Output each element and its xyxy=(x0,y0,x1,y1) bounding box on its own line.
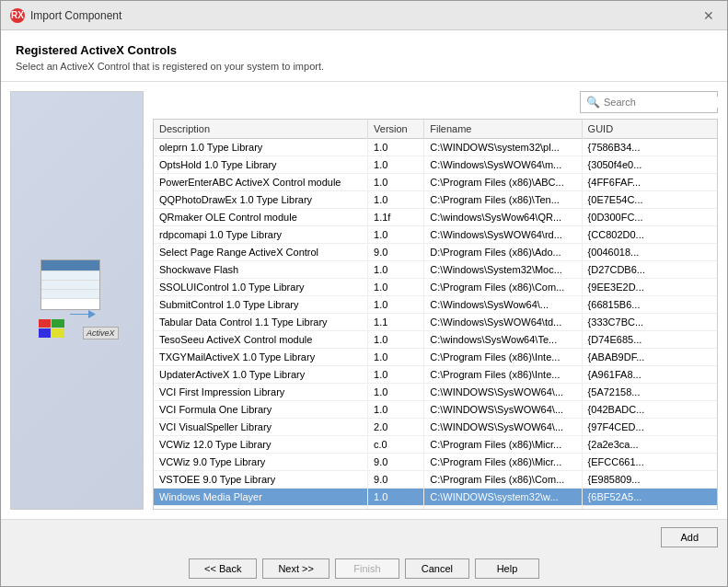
table-row[interactable]: PowerEnterABC ActiveX Control module1.0C… xyxy=(154,174,717,191)
table-cell-description: OptsHold 1.0 Type Library xyxy=(154,156,368,174)
table-cell-version: 1.0 xyxy=(368,296,424,314)
table-cell-description: WorkspaceBrokerAx 1.0 Type Library xyxy=(154,506,368,510)
table-cell-guid: {042BADC... xyxy=(582,401,717,419)
table-cell-guid: {4FF6FAF... xyxy=(582,174,717,191)
table-cell-filename: C:\Windows\SysWow64\... xyxy=(424,296,582,314)
table-cell-filename: C:\WINDOWS\SysWOW64\... xyxy=(424,419,582,436)
table-cell-filename: C:\Windows\SysWOW64\td... xyxy=(424,314,582,331)
rx-icon: RX xyxy=(10,8,25,23)
table-cell-guid: {D27CDB6... xyxy=(582,261,717,279)
table-cell-filename: C:\Program Files (x86)\Inte... xyxy=(424,366,582,384)
table-row[interactable]: rdpcomapi 1.0 Type Library1.0C:\Windows\… xyxy=(154,226,717,244)
footer-add-area: Add xyxy=(1,519,727,551)
table-row[interactable]: oleprn 1.0 Type Library1.0C:\WINDOWS\sys… xyxy=(154,139,717,156)
table-row[interactable]: UpdaterActiveX 1.0 Type Library1.0C:\Pro… xyxy=(154,366,717,384)
table-cell-guid: {2a2e3ca... xyxy=(582,436,717,454)
table-cell-filename: C:\Program Files (x86)\Ten... xyxy=(424,191,582,209)
search-bar: 🔍 xyxy=(153,91,718,113)
table-cell-guid: {0046018... xyxy=(582,244,717,261)
table-cell-version: 1.0 xyxy=(368,139,424,156)
table-cell-guid: {6BF52A5... xyxy=(582,489,717,506)
activex-graphic: ActiveX xyxy=(31,255,123,347)
col-header-description[interactable]: Description xyxy=(154,120,368,139)
table-row[interactable]: TesoSeeu ActiveX Control module1.0C:\win… xyxy=(154,331,717,349)
table-cell-filename: C:\WINDOWS\SysWOW64\... xyxy=(424,401,582,419)
content-area: ActiveX 🔍 xyxy=(1,82,727,519)
table-cell-description: TXGYMailActiveX 1.0 Type Library xyxy=(154,349,368,366)
table-cell-guid: {D74E685... xyxy=(582,331,717,349)
table-body: oleprn 1.0 Type Library1.0C:\WINDOWS\sys… xyxy=(154,139,717,510)
table-cell-description: VSTOEE 9.0 Type Library xyxy=(154,471,368,489)
add-button[interactable]: Add xyxy=(661,527,718,547)
table-cell-guid: {EFCC661... xyxy=(582,454,717,471)
table-cell-guid: {A961FA8... xyxy=(582,366,717,384)
table-row[interactable]: VCWiz 12.0 Type Libraryc.0C:\Program Fil… xyxy=(154,436,717,454)
table-row[interactable]: Tabular Data Control 1.1 Type Library1.1… xyxy=(154,314,717,331)
next-button[interactable]: Next >> xyxy=(262,558,329,579)
title-bar: RX Import Component ✕ xyxy=(1,1,727,30)
col-header-filename[interactable]: Filename xyxy=(424,120,582,139)
help-button[interactable]: Help xyxy=(475,558,539,579)
col-header-guid[interactable]: GUID xyxy=(582,120,717,139)
table-cell-filename: C:\Windows\System32\Moc... xyxy=(424,261,582,279)
table-cell-version: 1.0 xyxy=(368,156,424,174)
table-cell-version: 1.0 xyxy=(368,401,424,419)
table-cell-guid: {0E7E54C... xyxy=(582,191,717,209)
finish-button[interactable]: Finish xyxy=(335,558,399,579)
table-cell-description: Shockwave Flash xyxy=(154,261,368,279)
table-row[interactable]: QRmaker OLE Control module1.1fC:\windows… xyxy=(154,209,717,226)
table-cell-guid: {7586B34... xyxy=(582,139,717,156)
table-row[interactable]: Shockwave Flash1.0C:\Windows\System32\Mo… xyxy=(154,261,717,279)
table-cell-description: QRmaker OLE Control module xyxy=(154,209,368,226)
table-cell-guid: {97F4CED... xyxy=(582,419,717,436)
table-row[interactable]: Select Page Range ActiveX Control9.0D:\P… xyxy=(154,244,717,261)
table-row[interactable]: QQPhotoDrawEx 1.0 Type Library1.0C:\Prog… xyxy=(154,191,717,209)
table-cell-guid: {E985809... xyxy=(582,471,717,489)
activex-arrow-graphic xyxy=(64,301,100,328)
table-cell-version: 1.0 xyxy=(368,331,424,349)
table-row[interactable]: TXGYMailActiveX 1.0 Type Library1.0C:\Pr… xyxy=(154,349,717,366)
table-cell-filename: C:\Windows\SysWOW64\m... xyxy=(424,156,582,174)
table-cell-filename: C:\WINDOWS\system32\w... xyxy=(424,489,582,506)
table-cell-guid: {66815B6... xyxy=(582,296,717,314)
close-button[interactable]: ✕ xyxy=(699,6,718,25)
table-cell-version: 1.0 xyxy=(368,506,424,510)
table-scroll[interactable]: Description Version Filename GUID oleprn… xyxy=(154,120,717,509)
table-cell-version: 1.0 xyxy=(368,226,424,244)
table-cell-description: VCWiz 9.0 Type Library xyxy=(154,454,368,471)
table-cell-description: VCWiz 12.0 Type Library xyxy=(154,436,368,454)
table-row[interactable]: VSTOEE 9.0 Type Library9.0C:\Program Fil… xyxy=(154,471,717,489)
cancel-button[interactable]: Cancel xyxy=(405,558,469,579)
table-cell-guid: {0D300FC... xyxy=(582,209,717,226)
search-icon: 🔍 xyxy=(586,96,600,109)
table-cell-filename: C:\Program Files (x86)\Inte... xyxy=(424,349,582,366)
table-cell-filename: C:\windows\SysWow64\Te... xyxy=(424,331,582,349)
table-cell-description: SubmitControl 1.0 Type Library xyxy=(154,296,368,314)
table-cell-filename: C:\WINDOWS\system32\pl... xyxy=(424,139,582,156)
col-header-version[interactable]: Version xyxy=(368,120,424,139)
title-bar-left: RX Import Component xyxy=(10,8,121,23)
table-cell-version: 1.0 xyxy=(368,174,424,191)
table-cell-version: 1.0 xyxy=(368,366,424,384)
table-cell-guid: {A47EDED... xyxy=(582,506,717,510)
table-row[interactable]: VCI VisualSpeller Library2.0C:\WINDOWS\S… xyxy=(154,419,717,436)
window-title: Import Component xyxy=(30,9,121,22)
activex-label: ActiveX xyxy=(83,327,119,340)
table-row[interactable]: VCI Formula One Library1.0C:\WINDOWS\Sys… xyxy=(154,401,717,419)
table-row[interactable]: SubmitControl 1.0 Type Library1.0C:\Wind… xyxy=(154,296,717,314)
table-cell-description: VCI Formula One Library xyxy=(154,401,368,419)
table-row[interactable]: SSOLUIControl 1.0 Type Library1.0C:\Prog… xyxy=(154,279,717,296)
table-row[interactable]: Windows Media Player1.0C:\WINDOWS\system… xyxy=(154,489,717,506)
back-button[interactable]: << Back xyxy=(189,558,257,579)
search-input[interactable] xyxy=(604,97,718,108)
table-cell-description: rdpcomapi 1.0 Type Library xyxy=(154,226,368,244)
table-cell-description: VCI First Impression Library xyxy=(154,384,368,401)
table-row[interactable]: OptsHold 1.0 Type Library1.0C:\Windows\S… xyxy=(154,156,717,174)
table-cell-guid: {9EE3E2D... xyxy=(582,279,717,296)
footer-nav: << Back Next >> Finish Cancel Help xyxy=(1,551,727,586)
table-cell-filename: C:\Program Files (x86)\Micr... xyxy=(424,436,582,454)
table-row[interactable]: WorkspaceBrokerAx 1.0 Type Library1.0C:\… xyxy=(154,506,717,510)
table-row[interactable]: VCWiz 9.0 Type Library9.0C:\Program File… xyxy=(154,454,717,471)
table-row[interactable]: VCI First Impression Library1.0C:\WINDOW… xyxy=(154,384,717,401)
search-box[interactable]: 🔍 xyxy=(580,91,718,113)
